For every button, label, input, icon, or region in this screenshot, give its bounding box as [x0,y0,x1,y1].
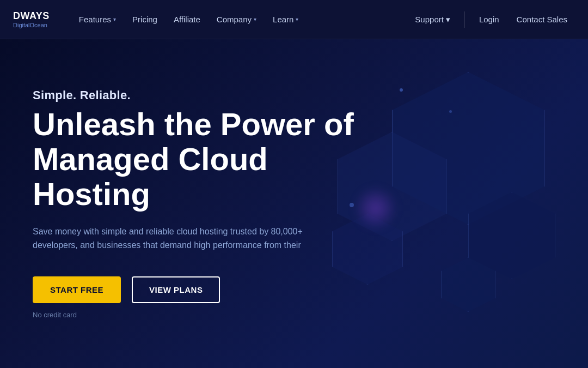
chevron-down-icon: ▾ [446,15,450,25]
nav-company[interactable]: Company ▾ [209,10,264,28]
chevron-down-icon: ▾ [113,16,116,22]
nav-right: Support ▾ Login Contact Sales [407,10,575,29]
navigation: DWAYS DigitalOcean Features ▾ Pricing Af… [0,0,588,39]
logo-main: DWAYS [13,10,50,22]
hex-shape-3 [468,192,555,279]
hero-cta-buttons: START FREE VIEW PLANS [33,276,555,303]
hero-section: Simple. Reliable. Unleash the Power of M… [0,39,588,368]
nav-contact-sales[interactable]: Contact Sales [509,10,575,28]
glow-dot-2 [449,110,452,113]
nav-features[interactable]: Features ▾ [71,10,124,28]
hero-note: No credit card [33,311,555,319]
hex-shape-4 [332,214,403,285]
hero-subtext: Save money with simple and reliable clou… [33,225,338,252]
nav-support[interactable]: Support ▾ [407,10,458,29]
hero-headline: Unleash the Power of Managed Cloud Hosti… [33,107,370,211]
nav-divider [464,11,465,28]
logo-sub: DigitalOcean [13,22,50,28]
nav-links: Features ▾ Pricing Affiliate Company ▾ L… [71,10,408,28]
nav-affiliate[interactable]: Affiliate [166,10,208,28]
chevron-down-icon: ▾ [296,16,298,22]
start-free-button[interactable]: START FREE [33,276,121,303]
chevron-down-icon: ▾ [254,16,256,22]
view-plans-button[interactable]: VIEW PLANS [132,276,220,303]
nav-login[interactable]: Login [471,10,507,28]
logo[interactable]: DWAYS DigitalOcean [13,10,50,28]
hero-eyebrow: Simple. Reliable. [33,88,555,102]
nav-pricing[interactable]: Pricing [125,10,165,28]
nav-learn[interactable]: Learn ▾ [265,10,306,28]
